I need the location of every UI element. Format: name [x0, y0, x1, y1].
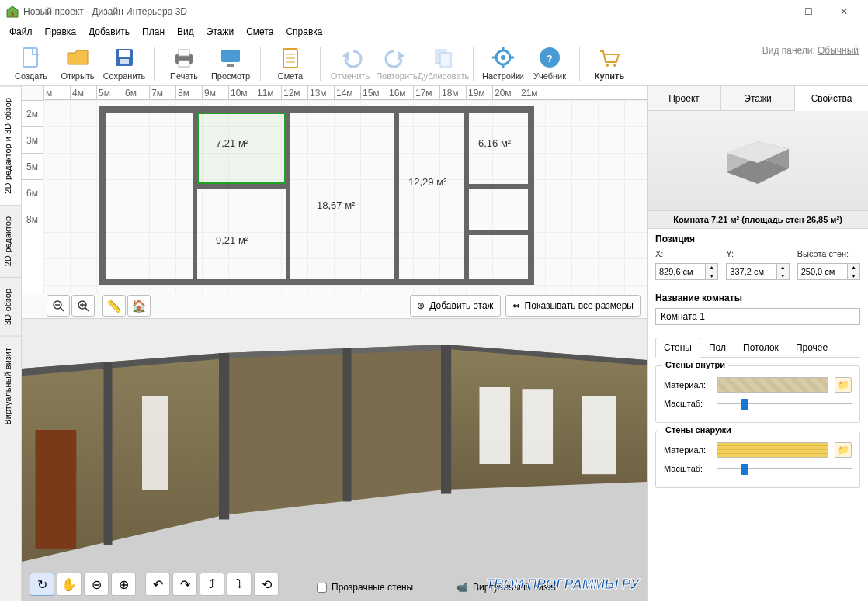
toolbar-redo[interactable]: Повторить — [373, 43, 420, 84]
ruler-horizontal: м4м5м6м7м8м9м10м11м12м13м14м15м16м17м18м… — [43, 86, 647, 100]
folder-open-icon — [65, 45, 90, 70]
svg-point-20 — [501, 55, 505, 60]
outside-material-swatch[interactable] — [717, 442, 828, 458]
svg-point-28 — [613, 64, 616, 67]
folder-icon: 📁 — [838, 379, 849, 390]
tilt-up-button[interactable]: ⤴ — [200, 573, 224, 596]
monitor-icon — [218, 45, 243, 70]
toolbar-settings[interactable]: Настройки — [480, 43, 526, 84]
side-tab-2d[interactable]: 2D-редактор — [0, 205, 21, 277]
side-tabs: 2D-редактор и 3D-обзор 2D-редактор 3D-об… — [0, 86, 22, 601]
rotate-left-button[interactable]: ↶ — [145, 573, 170, 596]
svg-rect-52 — [36, 430, 77, 549]
wall-height-input[interactable]: ▲▼ — [797, 263, 860, 280]
menu-add[interactable]: Добавить — [82, 25, 136, 39]
menu-help[interactable]: Справка — [279, 25, 328, 39]
save-icon — [112, 45, 137, 70]
zoom-in-3d-button[interactable]: ⊕ — [111, 573, 136, 596]
toolbar-preview[interactable]: Просмотр — [207, 43, 254, 84]
subtab-ceiling[interactable]: Потолок — [734, 338, 787, 357]
outside-material-browse[interactable]: 📁 — [835, 442, 852, 458]
zoom-in-button[interactable] — [71, 295, 95, 317]
reset-view-button[interactable]: ⟲ — [254, 573, 279, 596]
position-x-input[interactable]: ▲▼ — [655, 263, 718, 280]
view-2d[interactable]: м4м5м6м7м8м9м10м11м12м13м14м15м16м17м18м… — [22, 86, 647, 319]
menu-bar: Файл Правка Добавить План Вид Этажи Смет… — [0, 23, 868, 40]
spin-down-icon[interactable]: ▼ — [706, 272, 717, 280]
panel-tab-floors[interactable]: Этажи — [721, 86, 795, 110]
add-floor-button[interactable]: ⊕Добавить этаж — [410, 295, 500, 317]
zoom-out-button[interactable] — [47, 295, 70, 317]
view-3d[interactable]: ↻ ✋ ⊖ ⊕ ↶ ↷ ⤴ ⤵ ⟲ Прозрачные стены 📹Вирт… — [22, 319, 647, 601]
spin-up-icon[interactable]: ▲ — [706, 264, 717, 272]
close-button[interactable]: ✕ — [826, 0, 862, 23]
side-tab-2d3d[interactable]: 2D-редактор и 3D-обзор — [0, 86, 21, 205]
toolbar-create[interactable]: Создать — [8, 43, 54, 84]
toolbar-estimate[interactable]: Смета — [267, 43, 314, 84]
position-title: Позиция — [655, 234, 860, 244]
menu-view[interactable]: Вид — [171, 25, 200, 39]
pan-button[interactable]: ✋ — [57, 573, 82, 596]
dimensions-icon: ⇔ — [512, 300, 520, 311]
inside-material-swatch[interactable] — [717, 377, 828, 393]
menu-edit[interactable]: Правка — [39, 25, 83, 39]
camera-icon: 📹 — [457, 582, 468, 593]
svg-rect-46 — [104, 362, 113, 545]
help-icon: ? — [537, 45, 562, 70]
home-button[interactable]: 🏠 — [127, 295, 151, 317]
side-tab-virtual[interactable]: Виртуальный визит — [0, 336, 21, 436]
rotate-right-button[interactable]: ↷ — [172, 573, 197, 596]
toolbar-open[interactable]: Открыть — [54, 43, 101, 84]
panel-tab-properties[interactable]: Свойства — [795, 86, 868, 111]
menu-file[interactable]: Файл — [3, 25, 39, 39]
subtab-other[interactable]: Прочее — [787, 338, 836, 357]
svg-rect-1 — [11, 12, 14, 17]
svg-rect-49 — [523, 389, 554, 464]
toolbar-undo[interactable]: Отменить — [327, 43, 373, 84]
tilt-down-button[interactable]: ⤵ — [227, 573, 252, 596]
inside-material-browse[interactable]: 📁 — [835, 377, 852, 393]
svg-rect-8 — [179, 61, 189, 67]
minimize-button[interactable]: ─ — [755, 0, 790, 23]
main-toolbar: Создать Открыть Сохранить Печать Просмот… — [0, 40, 868, 86]
svg-rect-48 — [480, 387, 511, 464]
transparent-walls-checkbox[interactable]: Прозрачные стены — [317, 582, 413, 593]
svg-rect-7 — [179, 50, 189, 56]
subtab-floor[interactable]: Пол — [700, 338, 734, 357]
position-y-input[interactable]: ▲▼ — [726, 263, 789, 280]
measure-button[interactable]: 📏 — [102, 295, 126, 317]
panel-tab-project[interactable]: Проект — [648, 86, 721, 110]
subtab-walls[interactable]: Стены — [655, 338, 700, 358]
svg-rect-5 — [120, 59, 129, 64]
ruler-vertical: 2м3м5м6м8м — [22, 100, 43, 293]
walls-outside-group: Стены снаружи Материал:📁 Масштаб: — [655, 431, 860, 488]
menu-floors[interactable]: Этажи — [200, 25, 240, 39]
toolbar-tutorial[interactable]: ?Учебник — [526, 43, 573, 84]
menu-estimate[interactable]: Смета — [240, 25, 279, 39]
svg-rect-45 — [441, 345, 451, 494]
inside-scale-slider[interactable] — [717, 397, 852, 410]
orbit-button[interactable]: ↻ — [30, 573, 54, 596]
toolbar-save[interactable]: Сохранить — [101, 43, 148, 84]
show-sizes-button[interactable]: ⇔Показывать все размеры — [505, 295, 641, 317]
zoom-out-3d-button[interactable]: ⊖ — [84, 573, 109, 596]
room-name-title: Название комнаты — [655, 293, 860, 303]
floorplan-canvas[interactable]: 7,21 м² 6,16 м² 12,29 м² 18,67 м² 9,21 м… — [43, 100, 647, 293]
toolbar-3d: ↻ ✋ ⊖ ⊕ ↶ ↷ ⤴ ⤵ ⟲ — [30, 573, 279, 596]
side-tab-3d[interactable]: 3D-обзор — [0, 277, 21, 336]
toolbar-buy[interactable]: Купить — [586, 43, 633, 84]
room-label: 7,21 м² — [216, 137, 248, 149]
outside-scale-slider[interactable] — [717, 462, 852, 475]
printer-icon — [172, 45, 196, 70]
svg-marker-39 — [224, 345, 446, 515]
title-bar: Новый проект - Дизайн Интерьера 3D ─ ☐ ✕ — [0, 0, 868, 23]
room-name-input[interactable] — [655, 308, 860, 325]
window-title: Новый проект - Дизайн Интерьера 3D — [23, 6, 755, 17]
room-label: 18,67 м² — [317, 199, 355, 211]
toolbar-duplicate[interactable]: Дублировать — [420, 43, 467, 84]
panel-mode-link[interactable]: Обычный — [818, 45, 859, 56]
maximize-button[interactable]: ☐ — [790, 0, 826, 23]
app-icon — [6, 5, 19, 18]
menu-plan[interactable]: План — [136, 25, 171, 39]
toolbar-print[interactable]: Печать — [161, 43, 207, 84]
